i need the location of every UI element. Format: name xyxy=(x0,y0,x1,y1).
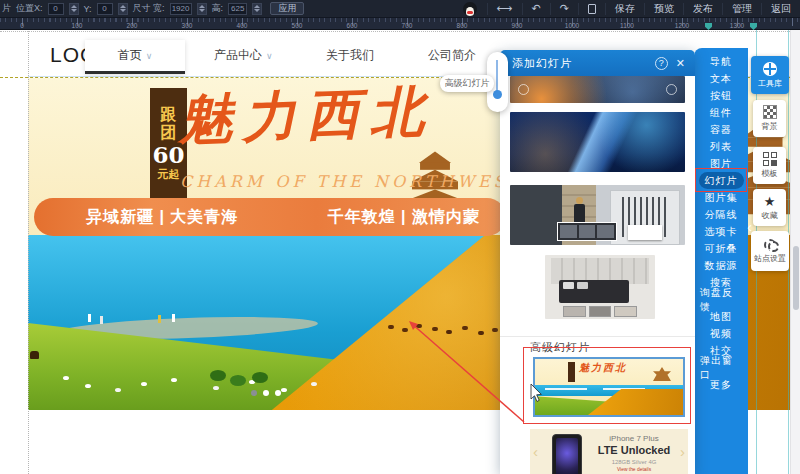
panel-header[interactable]: 添加幻灯片 ? ✕ xyxy=(500,50,695,76)
nav-item-company[interactable]: 公司简介 xyxy=(428,47,476,64)
next-arrow-icon[interactable]: › xyxy=(680,443,685,460)
mini-ribbon-text xyxy=(545,388,587,390)
publish-button[interactable]: 发布 xyxy=(683,3,722,15)
help-icon[interactable]: ? xyxy=(655,57,668,70)
sidebar-item-popup[interactable]: 弹出窗口 xyxy=(694,359,748,376)
sidebar-item-container[interactable]: 容器 xyxy=(704,121,738,138)
iphone-image xyxy=(552,434,582,474)
position-x-stepper[interactable] xyxy=(69,3,79,15)
sidebar-item-more[interactable]: 更多 xyxy=(704,376,738,393)
slideshow-pagination[interactable] xyxy=(251,390,281,396)
preview-button[interactable]: 预览 xyxy=(644,3,683,15)
user-avatar[interactable] xyxy=(463,2,477,16)
component-sidebar: 导航 文本 按钮 组件 容器 列表 图片 幻灯片 图片集 分隔线 选项卡 可折叠… xyxy=(694,48,748,474)
sidebar-item-nav[interactable]: 导航 xyxy=(704,53,738,70)
sidebar-item-inquiry[interactable]: 询盘反馈 xyxy=(694,291,748,308)
position-y-input[interactable]: 0 xyxy=(97,3,113,15)
panel-title: 添加幻灯片 xyxy=(512,56,572,71)
save-button[interactable]: 保存 xyxy=(605,3,644,15)
slide-template-night-cathedral[interactable] xyxy=(510,76,685,103)
pagination-dot[interactable] xyxy=(263,390,269,396)
template-button[interactable]: 模板 xyxy=(753,147,786,184)
toolbox-button[interactable]: 工具库 xyxy=(751,56,789,94)
sidebar-item-divider[interactable]: 分隔线 xyxy=(699,206,744,223)
slide-template-night-river-city[interactable] xyxy=(510,112,685,172)
size-height-input[interactable]: 625 xyxy=(228,3,247,15)
favorite-button[interactable]: ★ 收藏 xyxy=(753,189,786,226)
white-card xyxy=(628,225,662,240)
back-button[interactable]: 返回 xyxy=(761,3,800,15)
prev-arrow-icon[interactable]: ‹ xyxy=(533,443,538,460)
ribbon-banner[interactable]: 异域新疆 | 大美青海 千年敦煌 | 激情内蒙 xyxy=(34,198,506,236)
position-x-label: 位置X: xyxy=(16,2,43,15)
ribbon-text-left: 异域新疆 | 大美青海 xyxy=(86,207,238,228)
size-width-input[interactable]: 1920 xyxy=(170,3,192,15)
refresh-icon[interactable] xyxy=(666,84,677,95)
tool-label: 站点设置 xyxy=(754,253,786,264)
editor-toolbar: 片 位置X: 0 Y: 0 尺寸 宽: 1920 高: 625 应用 ⟷ ↶ ↷… xyxy=(0,0,800,18)
nav-item-home[interactable]: 首页 ∨ xyxy=(85,40,185,74)
sidebar-item-video[interactable]: 视频 xyxy=(704,325,738,342)
sheep-flock xyxy=(63,376,69,380)
refresh-icon[interactable] xyxy=(518,84,529,95)
chevron-down-icon: ∨ xyxy=(146,51,153,61)
sidebar-item-slideshow[interactable]: 幻灯片 xyxy=(699,172,744,189)
ruler-guide-marker[interactable] xyxy=(705,23,712,30)
nav-label: 首页 xyxy=(118,47,142,64)
gear-icon xyxy=(764,239,776,251)
sidebar-item-collapse[interactable]: 可折叠 xyxy=(699,240,744,257)
scrollbar-thumb[interactable] xyxy=(793,246,799,310)
badge-text: 元起 xyxy=(158,168,180,181)
ruler-label: 1300 xyxy=(730,22,744,29)
mini-pagoda xyxy=(653,367,671,381)
undo-icon[interactable]: ↶ xyxy=(522,3,550,15)
nav-item-about[interactable]: 关于我们 xyxy=(326,47,374,64)
position-y-stepper[interactable] xyxy=(118,3,128,15)
nav-item-products[interactable]: 产品中心 ∨ xyxy=(214,47,273,64)
ribbon-text-right: 千年敦煌 | 激情内蒙 xyxy=(328,207,480,228)
size-width-label: 尺寸 宽: xyxy=(133,2,165,15)
horse xyxy=(30,351,39,359)
sidebar-item-datasource[interactable]: 数据源 xyxy=(699,257,744,274)
sidebar-item-list[interactable]: 列表 xyxy=(704,138,738,155)
iphone-text-block: iPhone 7 Plus LTE Unlocked 128GB Silver … xyxy=(588,434,680,474)
hero-subtitle[interactable]: CHARM OF THE NORTHWEST xyxy=(180,172,523,191)
sidebar-item-text[interactable]: 文本 xyxy=(704,70,738,87)
ruler-guide-marker[interactable] xyxy=(750,23,757,30)
tool-label: 背景 xyxy=(762,121,778,132)
sidebar-collapse-icon[interactable]: ‹ xyxy=(747,218,752,235)
people-on-beach xyxy=(88,314,91,322)
sidebar-item-tabs[interactable]: 选项卡 xyxy=(699,223,744,240)
pagination-dot[interactable] xyxy=(275,390,281,396)
apply-button[interactable]: 应用 xyxy=(270,2,304,15)
advanced-slideshow-thumbnail[interactable]: 魅力西北 xyxy=(533,357,685,417)
site-settings-button[interactable]: 站点设置 xyxy=(751,231,789,271)
background-button[interactable]: 背景 xyxy=(753,100,786,137)
sidebar-item-component[interactable]: 组件 xyxy=(704,104,738,121)
sidebar-item-image[interactable]: 图片 xyxy=(704,155,738,172)
page-icon[interactable] xyxy=(578,3,605,15)
slide-template-boutique-storefront[interactable] xyxy=(510,185,685,245)
slide-template-iphone[interactable]: ‹ iPhone 7 Plus LTE Unlocked 128GB Silve… xyxy=(530,429,688,474)
manage-button[interactable]: 管理 xyxy=(722,3,761,15)
size-height-stepper[interactable] xyxy=(252,3,262,15)
size-width-stepper[interactable] xyxy=(197,3,207,15)
canvas-resize-icon[interactable]: ⟷ xyxy=(487,3,522,15)
hero-title[interactable]: 魅力西北 xyxy=(177,78,435,157)
redo-icon[interactable]: ↷ xyxy=(550,3,578,15)
chevron-down-icon: ∨ xyxy=(266,51,273,61)
pagination-dot[interactable] xyxy=(251,390,257,396)
close-icon[interactable]: ✕ xyxy=(676,57,685,70)
slide-template-bedroom[interactable] xyxy=(545,255,655,319)
sidebar-item-button[interactable]: 按钮 xyxy=(704,87,738,104)
trees xyxy=(210,370,226,381)
drag-dot[interactable] xyxy=(493,90,502,99)
position-x-input[interactable]: 0 xyxy=(48,3,64,15)
sidebar-item-map[interactable]: 地图 xyxy=(704,308,738,325)
sidebar-item-gallery[interactable]: 图片集 xyxy=(699,189,744,206)
iphone-model: iPhone 7 Plus xyxy=(588,434,680,443)
badge-text: 跟团 xyxy=(160,106,178,142)
advanced-slideshow-tooltip: 高级幻灯片 xyxy=(440,75,494,92)
iphone-link: View the details xyxy=(602,467,666,472)
scrollbar-track xyxy=(790,30,800,474)
